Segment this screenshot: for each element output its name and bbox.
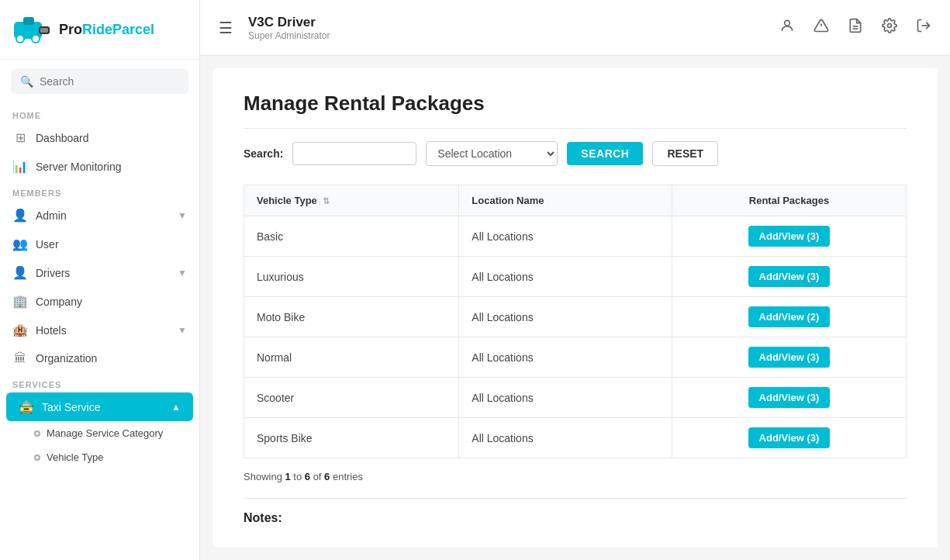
chevron-up-icon: ▲: [171, 402, 181, 413]
header: ☰ V3C Driver Super Administrator: [200, 0, 950, 56]
cell-vehicle-type: Normal: [244, 337, 459, 378]
table-row: Moto Bike All Locations Add/View (2): [244, 297, 907, 337]
cell-rental-packages: Add/View (3): [672, 378, 906, 418]
cell-location-name: All Locations: [459, 418, 672, 458]
add-view-button[interactable]: Add/View (3): [748, 387, 831, 408]
sidebar: ProRideParcel 🔍 HOME ⊞ Dashboard 📊 Serve…: [0, 0, 200, 560]
sidebar-item-label: Dashboard: [36, 132, 89, 144]
dashboard-icon: ⊞: [12, 130, 28, 145]
sidebar-item-dashboard[interactable]: ⊞ Dashboard: [0, 123, 199, 152]
hamburger-button[interactable]: ☰: [216, 16, 236, 40]
header-icons: [776, 15, 934, 40]
header-title-area: V3C Driver Super Administrator: [248, 15, 776, 41]
svg-point-11: [888, 24, 892, 28]
document-icon-button[interactable]: [845, 15, 866, 40]
sort-icon: ⇅: [323, 196, 330, 206]
add-view-button[interactable]: Add/View (3): [748, 226, 831, 247]
rental-packages-table: Vehicle Type ⇅ Location Name Rental Pack…: [244, 185, 907, 458]
location-select[interactable]: Select Location All Locations: [426, 141, 558, 166]
page-title: Manage Rental Packages: [244, 92, 907, 129]
col-vehicle-type: Vehicle Type ⇅: [244, 185, 459, 216]
cell-rental-packages: Add/View (3): [672, 216, 906, 257]
svg-rect-5: [40, 28, 48, 33]
taxi-icon: 🚖: [19, 399, 34, 414]
sidebar-item-label: Company: [36, 296, 82, 308]
search-text-input[interactable]: [292, 142, 416, 165]
sidebar-sub-vehicle-type[interactable]: Vehicle Type: [0, 445, 199, 469]
add-view-button[interactable]: Add/View (3): [748, 266, 831, 287]
sidebar-item-organization[interactable]: 🏛 Organization: [0, 344, 199, 372]
svg-point-6: [785, 20, 790, 26]
search-input[interactable]: [40, 75, 179, 88]
table-header-row: Vehicle Type ⇅ Location Name Rental Pack…: [244, 185, 907, 216]
table-row: Scooter All Locations Add/View (3): [244, 378, 907, 418]
sidebar-item-hotels[interactable]: 🏨 Hotels ▼: [0, 316, 199, 344]
page-content-area: Manage Rental Packages Search: Select Lo…: [212, 68, 938, 548]
sidebar-item-label: Organization: [36, 352, 97, 365]
cell-vehicle-type: Scooter: [244, 378, 459, 418]
sidebar-item-drivers[interactable]: 👤 Drivers ▼: [0, 258, 199, 287]
search-label: Search:: [244, 147, 283, 160]
add-view-button[interactable]: Add/View (3): [748, 347, 831, 368]
notes-section: Notes:: [244, 498, 907, 525]
cell-location-name: All Locations: [459, 378, 672, 418]
sidebar-sub-manage-service-category[interactable]: Manage Service Category: [0, 421, 199, 445]
cell-rental-packages: Add/View (2): [672, 297, 906, 337]
sidebar-search-box[interactable]: 🔍: [11, 69, 188, 94]
search-bar: Search: Select Location All Locations SE…: [244, 141, 907, 166]
sub-dot-icon: [34, 430, 40, 437]
user-icon-button[interactable]: [776, 15, 798, 40]
search-icon: 🔍: [20, 75, 33, 88]
chevron-down-icon: ▼: [178, 325, 187, 336]
sidebar-item-admin[interactable]: 👤 Admin ▼: [0, 201, 199, 230]
org-icon: 🏛: [12, 351, 28, 365]
sidebar-item-label: Admin: [36, 209, 67, 222]
reset-button[interactable]: RESET: [652, 141, 718, 166]
monitor-icon: 📊: [12, 159, 28, 174]
header-app-title: V3C Driver: [248, 15, 776, 30]
cell-rental-packages: Add/View (3): [672, 418, 906, 458]
col-rental-packages: Rental Packages: [672, 185, 906, 216]
section-home-label: HOME: [0, 103, 199, 123]
cell-location-name: All Locations: [459, 297, 672, 337]
table-row: Basic All Locations Add/View (3): [244, 216, 907, 257]
sidebar-item-label: Taxi Service: [42, 401, 100, 413]
cell-vehicle-type: Sports Bike: [244, 418, 459, 458]
col-location-name: Location Name: [459, 185, 672, 216]
cell-vehicle-type: Moto Bike: [244, 297, 459, 337]
cell-vehicle-type: Luxurious: [244, 257, 459, 297]
chevron-down-icon: ▼: [178, 268, 187, 278]
logo-area: ProRideParcel: [0, 0, 199, 60]
power-icon-button[interactable]: [913, 15, 934, 40]
cell-location-name: All Locations: [459, 337, 672, 378]
hotels-icon: 🏨: [12, 323, 28, 337]
alert-icon-button[interactable]: [810, 15, 832, 40]
chevron-down-icon: ▼: [178, 210, 187, 221]
add-view-button[interactable]: Add/View (3): [748, 427, 831, 448]
company-icon: 🏢: [12, 294, 28, 309]
add-view-button[interactable]: Add/View (2): [748, 306, 831, 327]
section-members-label: MEMBERS: [0, 181, 199, 201]
user-icon: 👥: [12, 237, 28, 251]
table-row: Normal All Locations Add/View (3): [244, 337, 907, 378]
table-row: Luxurious All Locations Add/View (3): [244, 257, 907, 297]
cell-location-name: All Locations: [459, 216, 672, 257]
sidebar-item-label: Hotels: [36, 324, 67, 337]
cell-location-name: All Locations: [459, 257, 672, 297]
svg-point-2: [32, 35, 40, 43]
sub-dot-icon: [34, 455, 40, 461]
logo-icon: [12, 14, 51, 45]
search-button[interactable]: SEARCH: [567, 142, 643, 165]
cell-rental-packages: Add/View (3): [672, 337, 906, 378]
notes-title: Notes:: [244, 511, 282, 524]
table-row: Sports Bike All Locations Add/View (3): [244, 418, 907, 458]
main-content: ☰ V3C Driver Super Administrator Manage: [200, 0, 950, 560]
cell-vehicle-type: Basic: [244, 216, 459, 257]
cell-rental-packages: Add/View (3): [672, 257, 906, 297]
sidebar-item-server-monitoring[interactable]: 📊 Server Monitoring: [0, 152, 199, 181]
sidebar-item-company[interactable]: 🏢 Company: [0, 287, 199, 316]
sidebar-item-taxi-service[interactable]: 🚖 Taxi Service ▲: [6, 392, 193, 421]
sidebar-item-label: User: [36, 238, 59, 251]
sidebar-item-user[interactable]: 👥 User: [0, 230, 199, 258]
gear-icon-button[interactable]: [879, 15, 900, 40]
